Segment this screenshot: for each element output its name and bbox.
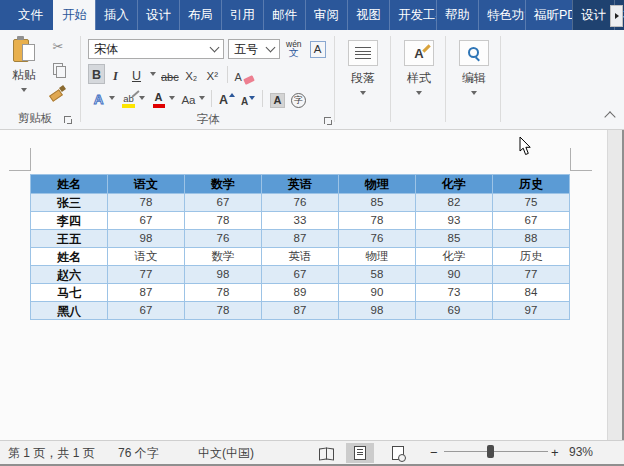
paragraph-group-button[interactable]: 段落 bbox=[336, 40, 390, 95]
table-cell[interactable]: 88 bbox=[493, 230, 570, 248]
table-cell[interactable]: 75 bbox=[493, 194, 570, 212]
superscript-button[interactable]: X² bbox=[202, 64, 223, 84]
shrink-font-button[interactable]: A bbox=[237, 88, 258, 108]
table-cell[interactable]: 90 bbox=[339, 284, 416, 302]
table-cell[interactable]: 89 bbox=[262, 284, 339, 302]
table-cell[interactable]: 87 bbox=[108, 284, 185, 302]
table-cell[interactable]: 78 bbox=[185, 284, 262, 302]
chevron-down-icon[interactable] bbox=[199, 96, 205, 100]
table-cell[interactable]: 张三 bbox=[31, 194, 108, 212]
table-cell[interactable]: 赵六 bbox=[31, 266, 108, 284]
read-mode-button[interactable] bbox=[312, 443, 340, 463]
table-cell[interactable]: 67 bbox=[108, 212, 185, 230]
table-cell[interactable]: 97 bbox=[493, 302, 570, 320]
enclose-characters-button[interactable]: 字 bbox=[288, 88, 309, 108]
table-cell[interactable]: 数学 bbox=[185, 248, 262, 266]
table-cell[interactable]: 98 bbox=[108, 230, 185, 248]
table-cell[interactable]: 76 bbox=[339, 230, 416, 248]
table-cell[interactable]: 语文 bbox=[108, 248, 185, 266]
font-color-button[interactable]: A bbox=[148, 88, 169, 108]
tab-design[interactable]: 设计 bbox=[137, 0, 179, 30]
page-info[interactable]: 第 1 页，共 1 页 bbox=[8, 445, 95, 462]
character-border-button[interactable]: A bbox=[310, 41, 326, 58]
tab-layout[interactable]: 布局 bbox=[179, 0, 221, 30]
editing-group-button[interactable]: 编辑 bbox=[447, 40, 501, 95]
table-cell[interactable]: 85 bbox=[339, 194, 416, 212]
format-painter-button[interactable] bbox=[48, 84, 68, 100]
table-cell[interactable]: 87 bbox=[262, 302, 339, 320]
chevron-down-icon[interactable] bbox=[109, 96, 115, 100]
table-cell[interactable]: 78 bbox=[108, 194, 185, 212]
table-cell[interactable]: 77 bbox=[493, 266, 570, 284]
tab-file[interactable]: 文件 bbox=[8, 0, 53, 30]
table-cell[interactable]: 67 bbox=[493, 212, 570, 230]
table-cell[interactable]: 马七 bbox=[31, 284, 108, 302]
word-count[interactable]: 76 个字 bbox=[118, 445, 159, 462]
tab-mailings[interactable]: 邮件 bbox=[263, 0, 305, 30]
font-name-select[interactable]: 宋体 bbox=[88, 39, 224, 59]
table-cell[interactable]: 77 bbox=[108, 266, 185, 284]
collapse-ribbon-button[interactable] bbox=[604, 111, 615, 122]
subscript-button[interactable]: X₂ bbox=[181, 64, 202, 84]
bold-button[interactable]: B bbox=[88, 64, 105, 84]
styles-group-button[interactable]: A 样式 bbox=[392, 40, 446, 95]
table-cell[interactable]: 67 bbox=[108, 302, 185, 320]
table-cell[interactable]: 33 bbox=[262, 212, 339, 230]
table-cell[interactable]: 78 bbox=[185, 302, 262, 320]
language-status[interactable]: 中文(中国) bbox=[198, 445, 254, 462]
table-cell[interactable]: 78 bbox=[339, 212, 416, 230]
tab-insert[interactable]: 插入 bbox=[95, 0, 137, 30]
font-size-select[interactable]: 五号 bbox=[228, 39, 280, 59]
table-cell[interactable]: 王五 bbox=[31, 230, 108, 248]
table-cell[interactable]: 67 bbox=[262, 266, 339, 284]
tab-review[interactable]: 审阅 bbox=[305, 0, 347, 30]
table-cell[interactable]: 76 bbox=[185, 230, 262, 248]
chevron-down-icon[interactable] bbox=[169, 96, 175, 100]
table-cell[interactable]: 93 bbox=[416, 212, 493, 230]
print-layout-button[interactable] bbox=[346, 443, 374, 463]
table-cell[interactable]: 历史 bbox=[493, 248, 570, 266]
tab-developer[interactable]: 开发工具 bbox=[389, 0, 436, 30]
change-case-button[interactable]: Aa bbox=[178, 88, 199, 108]
tab-home[interactable]: 开始 bbox=[53, 0, 95, 30]
table-cell[interactable]: 李四 bbox=[31, 212, 108, 230]
text-effects-button[interactable]: A bbox=[88, 88, 109, 108]
zoom-in-button[interactable]: + bbox=[551, 445, 559, 460]
character-shading-button[interactable]: A bbox=[267, 88, 288, 108]
table-cell[interactable]: 73 bbox=[416, 284, 493, 302]
clear-formatting-button[interactable]: A bbox=[232, 64, 253, 84]
table-cell[interactable]: 82 bbox=[416, 194, 493, 212]
grow-font-button[interactable]: A bbox=[216, 88, 237, 108]
italic-button[interactable]: I bbox=[105, 64, 126, 84]
scores-table[interactable]: 姓名语文数学英语物理化学历史 张三786776858275李四677833789… bbox=[30, 174, 570, 320]
text-highlight-button[interactable]: ab bbox=[118, 88, 139, 108]
table-cell[interactable]: 黑八 bbox=[31, 302, 108, 320]
chevron-down-icon[interactable] bbox=[139, 96, 145, 100]
table-cell[interactable]: 英语 bbox=[262, 248, 339, 266]
tab-table-design[interactable]: 设计 bbox=[572, 0, 614, 30]
cut-button[interactable]: ✂ bbox=[48, 38, 68, 54]
tab-view[interactable]: 视图 bbox=[347, 0, 389, 30]
table-cell[interactable]: 化学 bbox=[416, 248, 493, 266]
table-cell[interactable]: 67 bbox=[185, 194, 262, 212]
table-cell[interactable]: 76 bbox=[262, 194, 339, 212]
table-cell[interactable]: 姓名 bbox=[31, 248, 108, 266]
table-cell[interactable]: 物理 bbox=[339, 248, 416, 266]
ribbon-overflow-button[interactable] bbox=[610, 5, 623, 27]
tab-references[interactable]: 引用 bbox=[221, 0, 263, 30]
clipboard-dialog-launcher[interactable] bbox=[64, 116, 72, 124]
column-header[interactable]: 姓名 bbox=[31, 175, 108, 194]
strikethrough-button[interactable]: abc bbox=[159, 64, 181, 84]
paste-button[interactable]: 粘贴 bbox=[6, 36, 42, 102]
table-cell[interactable]: 58 bbox=[339, 266, 416, 284]
table-cell[interactable]: 87 bbox=[262, 230, 339, 248]
zoom-slider-thumb[interactable] bbox=[487, 445, 494, 458]
zoom-slider-track[interactable] bbox=[444, 451, 548, 452]
phonetic-guide-button[interactable]: wén 文 bbox=[286, 40, 302, 59]
column-header[interactable]: 化学 bbox=[416, 175, 493, 194]
table-cell[interactable]: 90 bbox=[416, 266, 493, 284]
table-cell[interactable]: 69 bbox=[416, 302, 493, 320]
column-header[interactable]: 语文 bbox=[108, 175, 185, 194]
tab-help[interactable]: 帮助 bbox=[436, 0, 478, 30]
table-cell[interactable]: 85 bbox=[416, 230, 493, 248]
